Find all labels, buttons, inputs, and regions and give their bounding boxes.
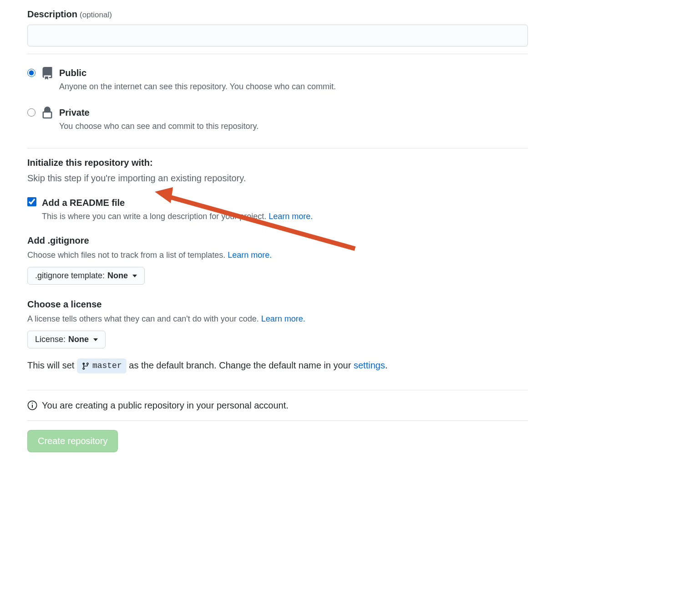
license-select[interactable]: License: None xyxy=(27,331,106,348)
repo-icon xyxy=(41,67,54,80)
visibility-private-row[interactable]: Private You choose who can see and commi… xyxy=(27,101,528,141)
license-learn-more-link[interactable]: Learn more. xyxy=(261,314,305,323)
git-branch-icon xyxy=(81,362,90,370)
branch-note-prefix: This will set xyxy=(27,360,77,370)
chevron-down-icon xyxy=(93,338,98,341)
info-icon xyxy=(27,400,37,410)
description-input[interactable] xyxy=(27,25,528,46)
create-repository-button[interactable]: Create repository xyxy=(27,430,118,452)
settings-link[interactable]: settings xyxy=(354,360,385,370)
license-desc: A license tells others what they can and… xyxy=(27,313,528,325)
divider xyxy=(27,420,528,421)
branch-note-mid: as the default branch. Change the defaul… xyxy=(129,360,354,370)
description-optional: (optional) xyxy=(80,10,112,19)
visibility-public-row[interactable]: Public Anyone on the internet can see th… xyxy=(27,61,528,101)
visibility-section: Public Anyone on the internet can see th… xyxy=(27,54,528,148)
private-desc: You choose who can see and commit to thi… xyxy=(59,120,259,133)
svg-point-5 xyxy=(32,403,33,404)
initialize-sub: Skip this step if you're importing an ex… xyxy=(27,171,528,185)
license-select-prefix: License: xyxy=(35,335,66,344)
readme-checkbox[interactable] xyxy=(27,197,36,206)
gitignore-learn-more-link[interactable]: Learn more. xyxy=(228,250,272,260)
readme-desc-text: This is where you can write a long descr… xyxy=(42,212,269,221)
info-row: You are creating a public repository in … xyxy=(27,390,528,420)
gitignore-desc-text: Choose which files not to track from a l… xyxy=(27,250,228,260)
gitignore-desc: Choose which files not to track from a l… xyxy=(27,249,528,261)
public-title: Public xyxy=(59,66,336,80)
info-text: You are creating a public repository in … xyxy=(42,398,289,412)
lock-icon xyxy=(41,107,54,119)
description-label: Description xyxy=(27,9,77,19)
license-desc-text: A license tells others what they can and… xyxy=(27,314,261,323)
branch-note: This will set master as the default bran… xyxy=(27,353,528,383)
private-radio[interactable] xyxy=(27,108,36,117)
branch-badge: master xyxy=(77,358,127,373)
readme-desc: This is where you can write a long descr… xyxy=(42,210,313,223)
gitignore-select-value: None xyxy=(107,271,128,281)
gitignore-heading: Add .gitignore xyxy=(27,234,528,247)
license-heading: Choose a license xyxy=(27,297,528,311)
chevron-down-icon xyxy=(132,275,137,277)
initialize-heading: Initialize this repository with: xyxy=(27,156,528,169)
description-section: Description (optional) xyxy=(27,0,528,54)
license-select-value: None xyxy=(68,335,89,344)
branch-note-suffix: . xyxy=(385,360,388,370)
public-desc: Anyone on the internet can see this repo… xyxy=(59,81,336,93)
readme-learn-more-link[interactable]: Learn more. xyxy=(269,212,313,221)
public-radio[interactable] xyxy=(27,69,36,77)
private-title: Private xyxy=(59,106,259,119)
branch-name: master xyxy=(92,360,122,372)
initialize-section: Initialize this repository with: Skip th… xyxy=(27,148,528,390)
gitignore-select-prefix: .gitignore template: xyxy=(35,271,105,281)
readme-title: Add a README file xyxy=(42,196,313,209)
readme-row[interactable]: Add a README file This is where you can … xyxy=(27,196,528,223)
gitignore-select[interactable]: .gitignore template: None xyxy=(27,267,145,285)
